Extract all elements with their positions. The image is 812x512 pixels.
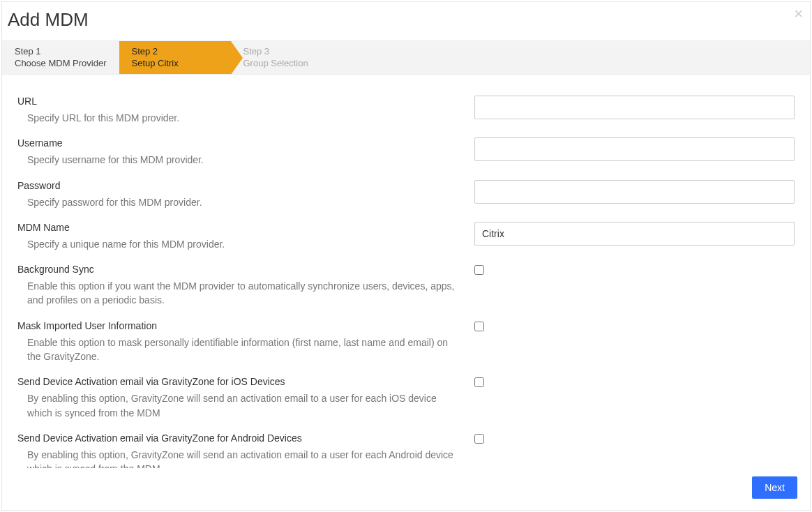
row-activation-android: Send Device Activation email via Gravity… [17,432,795,468]
form-body: URL Specify URL for this MDM provider. U… [2,75,810,468]
label-password: Password [17,180,460,191]
label-mdm-name: MDM Name [17,222,460,233]
row-username: Username Specify username for this MDM p… [17,137,795,167]
modal-footer: Next [2,468,810,510]
step-number: Step 1 [15,46,107,57]
step-choose-provider[interactable]: Step 1 Choose MDM Provider [2,41,119,74]
row-mdm-name: MDM Name Specify a unique name for this … [17,222,795,251]
add-mdm-modal: Add MDM × Step 1 Choose MDM Provider Ste… [1,1,811,511]
mdm-name-input[interactable] [474,222,795,246]
activation-android-checkbox[interactable] [474,434,484,444]
step-label: Group Selection [243,58,330,69]
row-password: Password Specify password for this MDM p… [17,180,795,209]
wizard-stepper: Step 1 Choose MDM Provider Step 2 Setup … [2,41,810,75]
close-icon[interactable]: × [794,6,803,22]
desc-activation-ios: By enabling this option, GravityZone wil… [17,391,460,420]
modal-title: Add MDM [8,9,800,31]
label-background-sync: Background Sync [17,264,460,275]
step-number: Step 2 [132,46,218,57]
label-username: Username [17,137,460,149]
url-input[interactable] [474,96,795,119]
mask-user-checkbox[interactable] [474,322,484,331]
step-number: Step 3 [243,46,330,57]
desc-username: Specify username for this MDM provider. [17,153,460,167]
activation-ios-checkbox[interactable] [474,377,484,387]
step-label: Setup Citrix [132,58,218,69]
row-activation-ios: Send Device Activation email via Gravity… [17,376,795,420]
step-label: Choose MDM Provider [15,58,107,69]
row-background-sync: Background Sync Enable this option if yo… [17,264,795,308]
desc-password: Specify password for this MDM provider. [17,195,460,209]
label-activation-ios: Send Device Activation email via Gravity… [17,376,460,387]
username-input[interactable] [474,137,795,161]
desc-activation-android: By enabling this option, GravityZone wil… [17,448,460,468]
label-mask-user: Mask Imported User Information [17,320,460,331]
row-mask-user: Mask Imported User Information Enable th… [17,320,795,364]
desc-background-sync: Enable this option if you want the MDM p… [17,279,460,308]
desc-url: Specify URL for this MDM provider. [17,111,460,125]
password-input[interactable] [474,180,795,204]
step-group-selection[interactable]: Step 3 Group Selection [231,41,343,74]
desc-mask-user: Enable this option to mask personally id… [17,336,460,364]
desc-mdm-name: Specify a unique name for this MDM provi… [17,237,460,251]
modal-header: Add MDM × [2,2,810,41]
background-sync-checkbox[interactable] [474,265,484,275]
row-url: URL Specify URL for this MDM provider. [17,96,795,125]
label-activation-android: Send Device Activation email via Gravity… [17,432,460,444]
label-url: URL [17,96,460,107]
next-button[interactable]: Next [752,476,797,499]
step-setup-citrix[interactable]: Step 2 Setup Citrix [119,41,231,74]
